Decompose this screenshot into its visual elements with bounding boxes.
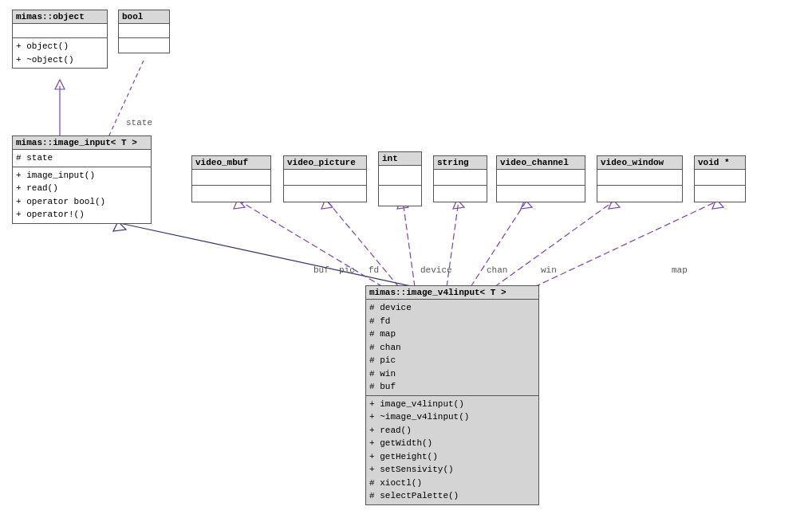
void-ptr-section2 bbox=[695, 186, 745, 202]
mimas-object-method1: + object() bbox=[16, 40, 104, 53]
image-input-field1: # state bbox=[16, 151, 148, 165]
v4linput-method5: + getHeight() bbox=[369, 450, 535, 464]
mimas-object-section2: + object() + ~object() bbox=[13, 38, 107, 68]
mimas-object-title: mimas::object bbox=[13, 10, 107, 24]
image-input-method2: + read() bbox=[16, 182, 148, 195]
mimas-image-input-section2: + image_input() + read() + operator bool… bbox=[13, 167, 151, 223]
string-title: string bbox=[434, 156, 487, 170]
bool-section2 bbox=[119, 38, 169, 53]
string-section2 bbox=[434, 186, 487, 202]
map-label: map bbox=[672, 265, 688, 275]
svg-line-10 bbox=[403, 201, 415, 287]
void-ptr-box: void * bbox=[694, 155, 746, 202]
mimas-object-box: mimas::object + object() + ~object() bbox=[12, 10, 108, 69]
svg-line-4 bbox=[120, 223, 415, 287]
bool-title: bool bbox=[119, 10, 169, 24]
v4linput-method4: + getWidth() bbox=[369, 437, 535, 450]
bool-box: bool bbox=[118, 10, 170, 53]
v4linput-field-fd: # fd bbox=[369, 315, 535, 328]
v4linput-method7: # xioctl() bbox=[369, 477, 535, 490]
mimas-image-input-box: mimas::image_input< T > # state + image_… bbox=[12, 135, 152, 224]
image-input-method4: + operator!() bbox=[16, 208, 148, 222]
mimas-image-input-title: mimas::image_input< T > bbox=[13, 136, 151, 150]
v4linput-field-device: # device bbox=[369, 301, 535, 315]
video-mbuf-title: video_mbuf bbox=[192, 156, 270, 170]
video-channel-section1 bbox=[497, 170, 585, 186]
mimas-v4linput-box: mimas::image_v4linput< T > # device # fd… bbox=[365, 285, 539, 505]
string-box: string bbox=[433, 155, 487, 202]
video-picture-box: video_picture bbox=[283, 155, 367, 202]
video-window-section1 bbox=[597, 170, 682, 186]
video-window-box: video_window bbox=[597, 155, 683, 202]
video-window-section2 bbox=[597, 186, 682, 202]
mimas-object-section1 bbox=[13, 24, 107, 38]
video-mbuf-section2 bbox=[192, 186, 270, 202]
pic-label: pic bbox=[339, 265, 355, 275]
v4linput-method6: + setSensivity() bbox=[369, 463, 535, 477]
v4linput-method2: + ~image_v4linput() bbox=[369, 410, 535, 424]
mimas-v4linput-methods: + image_v4linput() + ~image_v4linput() +… bbox=[366, 396, 538, 504]
v4linput-field-buf: # buf bbox=[369, 380, 535, 394]
video-mbuf-box: video_mbuf bbox=[191, 155, 271, 202]
v4linput-field-win: # win bbox=[369, 367, 535, 381]
image-input-method1: + image_input() bbox=[16, 169, 148, 183]
v4linput-method8: # selectPalette() bbox=[369, 489, 535, 503]
buf-label: buf bbox=[313, 265, 329, 275]
v4linput-method3: + read() bbox=[369, 424, 535, 438]
svg-line-2 bbox=[104, 61, 144, 147]
video-picture-title: video_picture bbox=[284, 156, 366, 170]
int-section2 bbox=[379, 186, 421, 206]
v4linput-method1: + image_v4linput() bbox=[369, 398, 535, 411]
mimas-v4linput-title: mimas::image_v4linput< T > bbox=[366, 286, 538, 300]
void-ptr-title: void * bbox=[695, 156, 745, 170]
video-channel-box: video_channel bbox=[496, 155, 585, 202]
state-label: state bbox=[126, 118, 152, 128]
image-input-method3: + operator bool() bbox=[16, 195, 148, 209]
fd-label: fd bbox=[369, 265, 379, 275]
mimas-image-input-section1: # state bbox=[13, 150, 151, 167]
svg-line-6 bbox=[239, 201, 383, 287]
device-label: device bbox=[420, 265, 452, 275]
bool-section1 bbox=[119, 24, 169, 38]
mimas-v4linput-fields: # device # fd # map # chan # pic # win #… bbox=[366, 300, 538, 396]
string-section1 bbox=[434, 170, 487, 186]
mimas-object-method2: + ~object() bbox=[16, 53, 104, 67]
video-channel-title: video_channel bbox=[497, 156, 585, 170]
svg-line-18 bbox=[534, 201, 718, 287]
svg-marker-1 bbox=[55, 80, 65, 89]
int-title: int bbox=[379, 152, 421, 166]
video-picture-section1 bbox=[284, 170, 366, 186]
win-label: win bbox=[541, 265, 557, 275]
video-mbuf-section1 bbox=[192, 170, 270, 186]
int-section1 bbox=[379, 166, 421, 186]
svg-line-8 bbox=[327, 201, 399, 287]
v4linput-field-pic: # pic bbox=[369, 354, 535, 367]
video-channel-section2 bbox=[497, 186, 585, 202]
chan-label: chan bbox=[487, 265, 507, 275]
int-box: int bbox=[378, 151, 422, 206]
v4linput-field-map: # map bbox=[369, 328, 535, 341]
video-picture-section2 bbox=[284, 186, 366, 202]
void-ptr-section1 bbox=[695, 170, 745, 186]
video-window-title: video_window bbox=[597, 156, 682, 170]
v4linput-field-chan: # chan bbox=[369, 341, 535, 355]
